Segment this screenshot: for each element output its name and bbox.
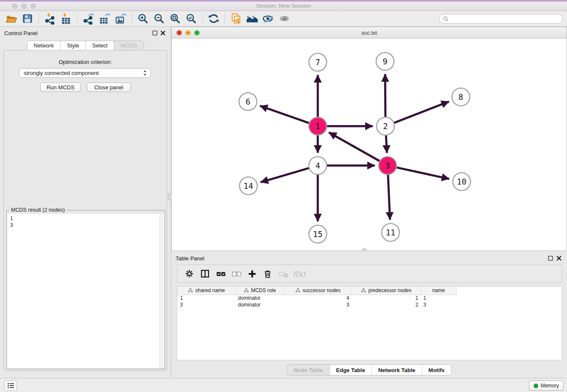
tab-mcds[interactable]: MCDS (114, 41, 143, 50)
edge-4-14[interactable] (261, 168, 309, 182)
delete-table-icon[interactable] (275, 268, 291, 280)
deselect-all-icon[interactable] (228, 268, 244, 280)
zoom-in-icon[interactable] (135, 12, 151, 25)
node-3[interactable]: 3 (379, 157, 396, 174)
edge-3-10[interactable] (396, 168, 449, 179)
node-label: 7 (315, 58, 320, 67)
network-window-titlebar[interactable]: scc.txt (172, 27, 567, 39)
import-network-icon[interactable] (42, 12, 58, 25)
column-header-shared-name[interactable]: shared name (178, 287, 236, 295)
table-mode-gear-icon[interactable] (182, 268, 197, 280)
show-graphics-details-icon[interactable] (244, 12, 260, 25)
table-cell: 1 (352, 295, 421, 301)
table-panel-tabs: Node TableEdge TableNetwork TableMotifs (287, 364, 451, 375)
table-tab-node-table[interactable]: Node Table (287, 365, 330, 375)
export-table-icon[interactable] (96, 12, 113, 25)
edge-2-3[interactable] (386, 135, 387, 153)
memory-status-icon (534, 384, 538, 388)
node-7[interactable]: 7 (309, 53, 327, 71)
open-file-icon[interactable] (3, 12, 19, 25)
add-column-icon[interactable] (244, 268, 260, 280)
node-4[interactable]: 4 (309, 157, 327, 174)
column-header-successor-nodes[interactable]: successor nodes (284, 287, 352, 295)
edge-2-8[interactable] (394, 102, 449, 123)
column-sort-icon (244, 288, 249, 293)
node-6[interactable]: 6 (239, 93, 257, 110)
node-label: 9 (383, 57, 387, 66)
close-panel-icon[interactable] (160, 30, 165, 36)
column-header-predecessor-nodes[interactable]: predecessor nodes (352, 287, 421, 295)
task-history-button[interactable] (4, 381, 17, 391)
node-8[interactable]: 8 (452, 88, 470, 106)
scrollbar-track[interactable] (160, 214, 164, 368)
export-network-icon[interactable] (80, 12, 96, 25)
edge-2-9[interactable] (385, 74, 385, 117)
close-panel-icon[interactable] (556, 256, 561, 261)
select-all-icon[interactable] (213, 268, 228, 280)
search-field[interactable] (439, 14, 563, 24)
node-2[interactable]: 2 (377, 117, 394, 135)
table-tab-motifs[interactable]: Motifs (422, 365, 451, 375)
horizontal-splitter-handle[interactable] (362, 248, 366, 251)
optimization-criterion-select[interactable]: strongly connected component (19, 68, 151, 78)
table-row[interactable]: 1dominator411 (178, 295, 457, 301)
table-row[interactable]: 3dominator323 (178, 301, 457, 308)
save-session-icon[interactable] (19, 12, 36, 25)
mcds-result-box: MCDS result (2 nodes) 1 3 (6, 210, 165, 369)
node-label: 2 (383, 121, 388, 131)
show-column-icon[interactable] (197, 268, 213, 280)
node-label: 10 (457, 177, 467, 186)
tab-select[interactable]: Select (86, 41, 114, 50)
export-image-icon[interactable] (113, 12, 129, 25)
node-9[interactable]: 9 (376, 52, 394, 70)
edge-3-11[interactable] (388, 175, 390, 220)
table-cell: dominator (236, 295, 284, 301)
node-table[interactable]: shared nameMCDS rolesuccessor nodesprede… (177, 286, 562, 360)
node-label: 11 (386, 228, 396, 237)
toolbar-separator (225, 13, 225, 24)
edge-3-1[interactable] (329, 133, 380, 161)
function-builder-icon[interactable]: f(x) (291, 268, 307, 280)
zoom-selected-icon[interactable] (183, 12, 199, 25)
float-panel-icon[interactable] (548, 256, 553, 261)
zoom-out-icon[interactable] (151, 12, 167, 25)
table-cell: 4 (284, 295, 352, 301)
table-tab-edge-table[interactable]: Edge Table (330, 365, 372, 375)
column-label: MCDS role (251, 287, 276, 293)
float-panel-icon[interactable] (152, 30, 157, 36)
column-label: predecessor nodes (368, 287, 411, 293)
node-10[interactable]: 10 (453, 173, 471, 190)
close-panel-button[interactable]: Close panel (87, 83, 131, 92)
import-table-icon[interactable] (58, 12, 74, 25)
list-icon (7, 383, 14, 389)
node-15[interactable]: 15 (309, 225, 327, 243)
table-cell: 1 (178, 295, 236, 301)
new-network-from-selection-icon[interactable] (228, 12, 244, 25)
node-1[interactable]: 1 (309, 117, 327, 135)
table-tab-network-table[interactable]: Network Table (372, 365, 422, 375)
zoom-fit-icon[interactable] (167, 12, 183, 25)
titlebar: Session: New Session (0, 0, 567, 11)
delete-column-icon[interactable] (260, 268, 275, 280)
edge-1-6[interactable] (260, 106, 309, 123)
column-label: name (432, 287, 445, 293)
toolbar-separator (39, 13, 39, 24)
tab-style[interactable]: Style (61, 41, 86, 50)
select-spinner-icon (143, 70, 147, 76)
memory-button[interactable]: Memory (529, 381, 564, 391)
apply-layout-icon[interactable] (206, 12, 222, 25)
run-mcds-button[interactable]: Run MCDS (40, 83, 81, 92)
network-graph[interactable]: 7968124314101511 (172, 39, 567, 251)
tab-network[interactable]: Network (27, 41, 61, 50)
toolbar-separator (202, 13, 203, 24)
column-header-MCDS-role[interactable]: MCDS role (236, 287, 284, 295)
column-header-name[interactable]: name (421, 287, 457, 295)
node-14[interactable]: 14 (239, 177, 257, 195)
hide-graphics-details-icon[interactable] (260, 12, 276, 25)
background-window-edge (0, 0, 567, 2)
node-11[interactable]: 11 (382, 224, 399, 241)
search-input[interactable] (451, 16, 559, 22)
node-label: 6 (245, 97, 250, 106)
mcds-result-area[interactable]: 1 3 (7, 214, 160, 368)
birds-eye-view-icon[interactable] (276, 12, 292, 25)
